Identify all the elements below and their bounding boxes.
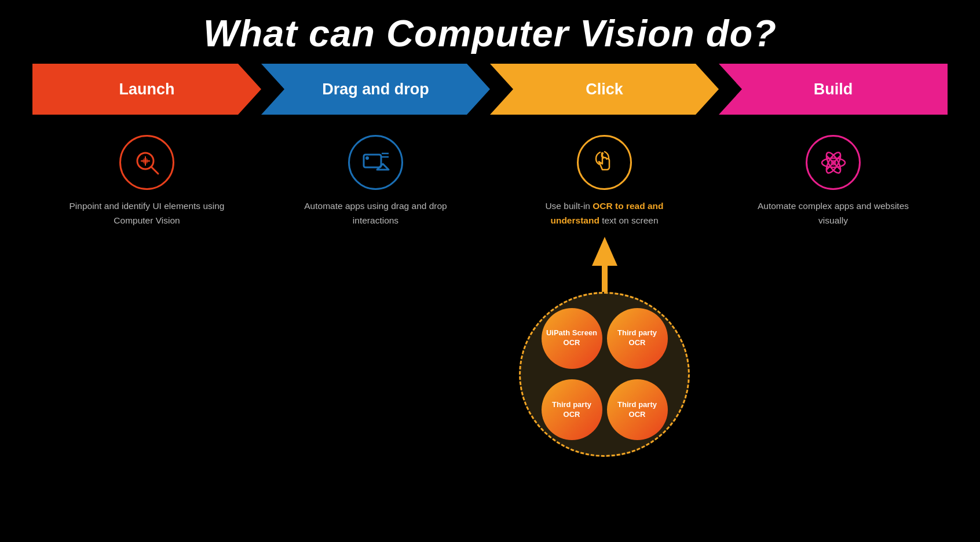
- drag-drop-description: Automate apps using drag and drop intera…: [298, 199, 454, 228]
- banner-item-click: Click: [490, 64, 719, 115]
- banner-item-build: Build: [719, 64, 948, 115]
- main-container: What can Computer Vision do? Launch Drag…: [0, 0, 980, 542]
- search-analytics-icon: [133, 148, 162, 177]
- banner-label-launch: Launch: [119, 80, 174, 98]
- banner-label-click: Click: [586, 80, 623, 98]
- build-description: Automate complex apps and websites visua…: [755, 199, 912, 228]
- ocr-arrow-tip: [592, 237, 617, 266]
- drag-drop-icon-circle: [348, 135, 403, 190]
- ocr-node-third-1: Third party OCR: [607, 308, 668, 369]
- click-finger-icon: [590, 148, 620, 178]
- launch-description: Pinpoint and identify UI elements using …: [69, 199, 225, 228]
- click-icon-circle: [577, 135, 632, 190]
- step-col-launch: Pinpoint and identify UI elements using …: [32, 135, 261, 228]
- svg-marker-7: [377, 164, 389, 170]
- banner-label-build: Build: [814, 80, 853, 98]
- banner-row: Launch Drag and drop Click Build: [32, 64, 948, 115]
- drag-drop-icon: [361, 148, 391, 178]
- svg-point-6: [365, 156, 369, 160]
- ocr-expansion: UiPath Screen OCR Third party OCR Third …: [519, 237, 690, 457]
- ocr-orb: UiPath Screen OCR Third party OCR Third …: [519, 292, 690, 457]
- page-title: What can Computer Vision do?: [203, 12, 777, 54]
- banner-label-drag-drop: Drag and drop: [322, 80, 429, 98]
- step-col-drag-drop: Automate apps using drag and drop intera…: [261, 135, 490, 228]
- ocr-node-third-2: Third party OCR: [542, 379, 602, 440]
- click-description: Use built-in OCR to read and understand …: [526, 199, 683, 228]
- banner-item-launch: Launch: [32, 64, 261, 115]
- launch-icon-circle: [119, 135, 174, 190]
- ocr-node-uipath: UiPath Screen OCR: [542, 308, 602, 369]
- middle-row: Pinpoint and identify UI elements using …: [32, 135, 948, 457]
- ocr-node-third-3: Third party OCR: [607, 379, 668, 440]
- step-col-build: Automate complex apps and websites visua…: [719, 135, 948, 228]
- step-col-click: Use built-in OCR to read and understand …: [490, 135, 719, 457]
- atom-icon: [818, 148, 849, 178]
- svg-rect-5: [364, 155, 381, 167]
- build-icon-circle: [806, 135, 861, 190]
- banner-item-drag-drop: Drag and drop: [261, 64, 490, 115]
- svg-line-1: [151, 167, 158, 174]
- click-ocr-highlight: OCR to read and understand: [550, 201, 663, 225]
- ocr-arrow-body: [602, 266, 608, 292]
- title-row: What can Computer Vision do?: [203, 12, 777, 55]
